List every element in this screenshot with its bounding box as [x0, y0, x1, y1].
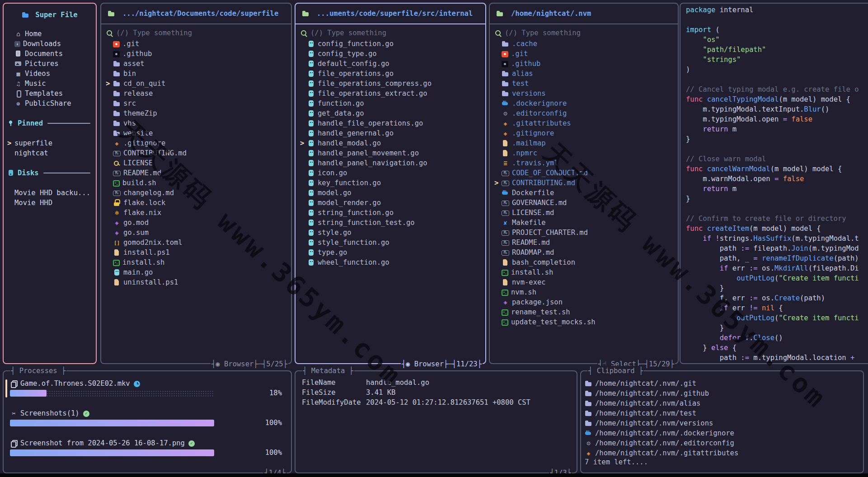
file-row[interactable]: type.go [296, 248, 485, 257]
sidebar-item-documents[interactable]: Documents [4, 49, 96, 59]
file-row[interactable]: default_config.go [296, 59, 485, 69]
file-row[interactable]: >M↓CONTRIBUTING.md [490, 178, 678, 188]
file-row[interactable]: >_install.sh [490, 267, 678, 277]
process-item[interactable]: Screenshot from 2024-05-26 16-08-17.png✓… [10, 438, 285, 457]
file-row[interactable]: file_operations_compress.go [296, 79, 485, 89]
file-row[interactable]: handle_file_operations.go [296, 118, 485, 128]
disk-item[interactable]: Movie HHD backu... [4, 188, 96, 198]
file-row[interactable]: .npmrc [490, 148, 678, 158]
file-row[interactable]: ◆.git [101, 39, 291, 49]
file-row[interactable]: M↓README.md [101, 168, 291, 178]
file-row[interactable]: M↓CODE_OF_CONDUCT.md [490, 168, 678, 178]
file-row[interactable]: handle_panel_movement.go [296, 148, 485, 158]
file-row[interactable]: >_update_test_mocks.sh [490, 317, 678, 327]
file-row[interactable]: M↓CONTRIBUTING.md [101, 148, 291, 158]
file-name: .dockerignore [512, 99, 567, 108]
file-row[interactable]: ⚙.editorconfig [490, 108, 678, 118]
file-row[interactable]: bin [101, 69, 291, 79]
file-row[interactable]: test [490, 79, 678, 89]
search-placeholder: (/) Type something [310, 29, 386, 37]
file-row[interactable]: >cd_on_quit [101, 79, 291, 89]
file-row[interactable]: M↓GOVERNANCE.md [490, 198, 678, 208]
sidebar-item-home[interactable]: ⌂Home [4, 29, 96, 39]
file-row[interactable]: .mailmap [490, 138, 678, 148]
file-row[interactable]: ◈.gitignore [490, 128, 678, 138]
file-row[interactable]: get_data.go [296, 108, 485, 118]
file-row[interactable]: .dockerignore [490, 98, 678, 108]
file-row[interactable]: >handle_modal.go [296, 138, 485, 148]
file-row[interactable]: ●.github [490, 59, 678, 69]
file-row[interactable]: install.ps1 [101, 248, 291, 257]
file-row[interactable]: M↓ROADMAP.md [490, 248, 678, 257]
file-row[interactable]: M↓changelog.md [101, 188, 291, 198]
process-item[interactable]: Game.of.Thrones.S02E02.mkv18% [10, 379, 285, 398]
file-row[interactable]: ◈go.sum [101, 228, 291, 238]
search-input[interactable]: (/) Type something [300, 28, 485, 38]
file-row[interactable]: nvm-exec [490, 277, 678, 287]
file-row[interactable]: ◈package.json [490, 297, 678, 307]
file-row[interactable]: src [101, 98, 291, 108]
file-row[interactable]: M↓LICENSE.md [490, 208, 678, 218]
pinned-item-superfile[interactable]: >superfile [4, 138, 96, 148]
sidebar-item-publicshare[interactable]: ⊚PublicShare [4, 98, 96, 108]
file-row[interactable]: Dockerfile [490, 188, 678, 198]
search-input[interactable]: (/) Type something [106, 28, 291, 38]
sidebar-item-templates[interactable]: Templates [4, 89, 96, 98]
file-row[interactable]: style_function.go [296, 238, 485, 248]
file-row[interactable]: LICENSE [101, 158, 291, 168]
file-row[interactable]: ◈.gitignore [101, 138, 291, 148]
code-line: "os" [686, 36, 868, 46]
file-row[interactable]: uninstall.ps1 [101, 277, 291, 287]
file-row[interactable]: model.go [296, 188, 485, 198]
file-row[interactable]: >_rename_test.sh [490, 307, 678, 317]
process-name: Screenshot from 2024-05-26 16-08-17.png [20, 439, 185, 447]
file-row[interactable]: ≡.travis.yml [490, 158, 678, 168]
sidebar-item-videos[interactable]: ▦Videos [4, 69, 96, 79]
file-row[interactable]: versions [490, 89, 678, 98]
file-row[interactable]: .cache [490, 39, 678, 49]
gopher-icon [307, 179, 315, 187]
file-row[interactable]: ❄flake.nix [101, 208, 291, 218]
file-row[interactable]: file_operations_extract.go [296, 89, 485, 98]
file-row[interactable]: >_build.sh [101, 178, 291, 188]
file-row[interactable]: string_function_test.go [296, 218, 485, 228]
file-row[interactable]: >_install.sh [101, 257, 291, 267]
file-row[interactable]: []gomod2nix.toml [101, 238, 291, 248]
file-row[interactable]: file_operations.go [296, 69, 485, 79]
file-row[interactable]: config_type.go [296, 49, 485, 59]
file-row[interactable]: website [101, 128, 291, 138]
disk-item[interactable]: Movie HHD [4, 198, 96, 208]
file-row[interactable]: style.go [296, 228, 485, 238]
sidebar-item-pictures[interactable]: Pictures [4, 59, 96, 69]
file-row[interactable]: handle_panel_navigation.go [296, 158, 485, 168]
file-row[interactable]: ✘Makefile [490, 218, 678, 228]
sidebar-item-downloads[interactable]: ↓Downloads [4, 39, 96, 49]
file-row[interactable]: asset [101, 59, 291, 69]
pinned-item-nightcat[interactable]: nightcat [4, 148, 96, 158]
file-row[interactable]: bash_completion [490, 257, 678, 267]
file-row[interactable]: themeZip [101, 108, 291, 118]
file-row[interactable]: config_function.go [296, 39, 485, 49]
file-row[interactable]: M↓README.md [490, 238, 678, 248]
file-row[interactable]: main.go [101, 267, 291, 277]
file-row[interactable]: >_nvm.sh [490, 287, 678, 297]
file-row[interactable]: ●.github [101, 49, 291, 59]
process-item[interactable]: ✂Screenshots(1)✓100% [10, 408, 285, 427]
file-row[interactable]: icon.go [296, 168, 485, 178]
file-row[interactable]: handle_genernal.go [296, 128, 485, 138]
file-row[interactable]: alias [490, 69, 678, 79]
file-row[interactable]: function.go [296, 98, 485, 108]
sidebar-item-music[interactable]: ♫Music [4, 79, 96, 89]
file-row[interactable]: key_function.go [296, 178, 485, 188]
file-row[interactable]: flake.lock [101, 198, 291, 208]
search-input[interactable]: (/) Type something [494, 28, 678, 38]
file-row[interactable]: string_function.go [296, 208, 485, 218]
file-row[interactable]: ◆.git [490, 49, 678, 59]
file-row[interactable]: wheel_function.go [296, 257, 485, 267]
file-row[interactable]: model_render.go [296, 198, 485, 208]
file-row[interactable]: ◈go.mod [101, 218, 291, 228]
file-row[interactable]: M↓PROJECT_CHARTER.md [490, 228, 678, 238]
file-row[interactable]: release [101, 89, 291, 98]
file-row[interactable]: ◈.gitattributes [490, 118, 678, 128]
file-row[interactable]: vhs [101, 118, 291, 128]
